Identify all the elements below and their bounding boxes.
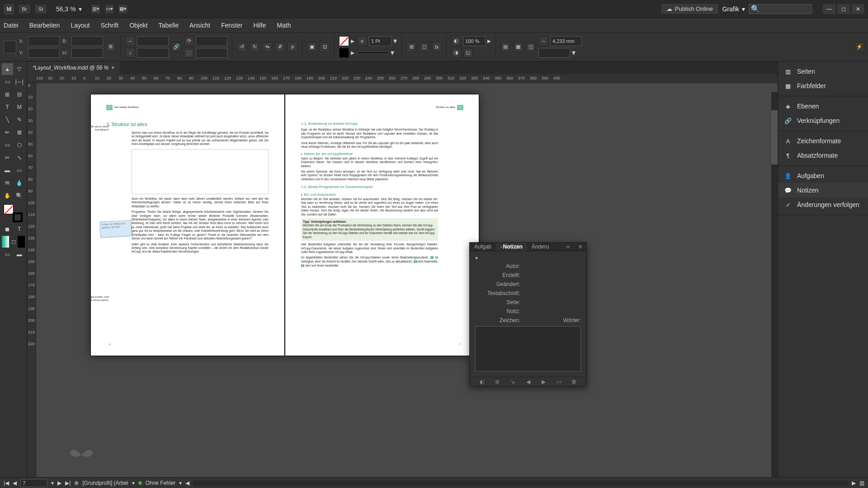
collapse-icon[interactable]: ›› xyxy=(561,243,574,251)
scale-x-input[interactable] xyxy=(137,36,169,46)
apply-gradient-icon[interactable] xyxy=(2,236,9,248)
menu-hilfe[interactable]: Hilfe xyxy=(253,22,266,29)
panel-verknuepfungen[interactable]: 🔗Verknüpfungen xyxy=(778,113,868,128)
horizontal-scrollbar[interactable] xyxy=(193,480,848,486)
notes-panel[interactable]: Aufgab ◦Notizen Änderu ›› ≡ ▾ Autor: Ers… xyxy=(469,242,587,387)
content-collector-tool[interactable]: ⊞ xyxy=(2,89,13,100)
scale-y-input[interactable] xyxy=(137,48,169,58)
close-button[interactable]: ✕ xyxy=(852,4,864,14)
zoom-level-dropdown[interactable]: 56,3 % ▾ xyxy=(51,5,87,13)
menu-layout[interactable]: Layout xyxy=(71,22,90,29)
panel-farbfelder[interactable]: ▦Farbfelder xyxy=(778,79,868,93)
menu-tabelle[interactable]: Tabelle xyxy=(159,22,179,29)
panel-zeichenformate[interactable]: AZeichenformate xyxy=(778,134,868,148)
shear-input[interactable] xyxy=(196,48,227,58)
fill-color-swatch[interactable] xyxy=(4,204,14,214)
select-container-icon[interactable]: ▣ xyxy=(307,42,317,52)
menu-ansicht[interactable]: Ansicht xyxy=(189,22,210,29)
view-options-dropdown[interactable]: ▥▾ xyxy=(91,4,101,14)
vertical-scrollbar[interactable] xyxy=(771,92,778,477)
close-tab-icon[interactable]: × xyxy=(111,65,114,71)
open-icon[interactable]: ⊕ xyxy=(74,480,79,486)
scrollbar-thumb[interactable] xyxy=(771,110,778,164)
line-tool[interactable]: ╲ xyxy=(2,114,13,126)
rotate-90cw-icon[interactable]: ↻ xyxy=(250,42,259,52)
menu-math[interactable]: Math xyxy=(277,22,291,29)
menu-bearbeiten[interactable]: Bearbeiten xyxy=(29,22,60,29)
auto-fit-icon[interactable]: ⊞ xyxy=(406,42,416,52)
stroke-style-select[interactable] xyxy=(357,52,389,54)
menu-objekt[interactable]: Objekt xyxy=(129,22,147,29)
hand-tool[interactable]: ✋ xyxy=(2,190,13,202)
text-wrap-bbox-icon[interactable]: ▦ xyxy=(513,42,523,52)
fx-icon[interactable]: fx xyxy=(432,42,442,52)
chevron-down-icon[interactable]: ▾ xyxy=(572,48,576,57)
stroke-weight-input[interactable]: 1 Pt xyxy=(369,36,392,46)
panel-menu-icon[interactable]: ≡ xyxy=(574,243,586,251)
next-page-icon[interactable]: ▶ xyxy=(57,480,61,486)
apply-color-icon[interactable]: ◼ xyxy=(2,223,13,235)
arrange-docs-dropdown[interactable]: ▦▾ xyxy=(118,4,128,14)
horizontal-ruler[interactable]: 1403020100102030405060708090100110120130… xyxy=(27,74,778,83)
prev-page-icon[interactable]: ◀ xyxy=(13,480,17,486)
screen-mode-dropdown[interactable]: ▭▾ xyxy=(104,4,114,14)
text-wrap-none-icon[interactable]: ▤ xyxy=(500,42,510,52)
normal-view-icon[interactable]: ▭ xyxy=(2,249,13,260)
menu-schrift[interactable]: Schrift xyxy=(100,22,118,29)
x-input[interactable] xyxy=(28,36,60,46)
scroll-right-icon[interactable]: ▶ xyxy=(852,480,856,486)
document-tab[interactable]: *Layout_Workflow.indd @ 56 % × xyxy=(27,61,120,74)
preflight-status[interactable]: Ohne Fehler xyxy=(146,480,176,486)
pencil-tool[interactable]: ✏ xyxy=(2,127,13,138)
flip-h-icon[interactable]: ⇋ xyxy=(262,42,272,52)
quick-apply-icon[interactable]: ⚡ xyxy=(854,42,864,52)
workspace-switcher[interactable]: Grafik ▾ xyxy=(722,5,745,13)
reference-point-selector[interactable] xyxy=(4,41,16,53)
note-textarea[interactable] xyxy=(475,326,581,371)
next-note-icon[interactable]: ▶ xyxy=(538,377,548,386)
scissors-tool[interactable]: ✂ xyxy=(2,152,13,164)
opacity-icon[interactable]: ◑ xyxy=(451,48,461,58)
stock-button[interactable]: St xyxy=(34,4,47,14)
fit-frame-icon[interactable]: ◻ xyxy=(419,42,429,52)
maximize-button[interactable]: ◻ xyxy=(837,4,850,14)
minimize-button[interactable]: — xyxy=(823,4,835,14)
gradient-swatch-tool[interactable]: ▬ xyxy=(2,164,13,176)
tab-aenderungen[interactable]: Änderu xyxy=(527,243,554,251)
page-right[interactable]: Struktur ist alles 1 1.1. Anbindung zu A… xyxy=(285,94,479,356)
zoom-tool[interactable]: 🔍 xyxy=(14,190,25,202)
menu-datei[interactable]: Datei xyxy=(4,22,19,29)
last-page-icon[interactable]: ▶| xyxy=(65,480,71,486)
panel-notizen[interactable]: 💬Notizen xyxy=(778,183,868,197)
link-icon[interactable]: 🔗 xyxy=(171,42,181,52)
go-to-anchor-icon[interactable]: ↘ xyxy=(508,377,518,386)
panel-absatzformate[interactable]: ¶Absatzformate xyxy=(778,148,868,163)
panel-aufgaben[interactable]: 👤Aufgaben xyxy=(778,169,868,183)
tab-notizen[interactable]: ◦Notizen xyxy=(496,243,527,251)
gradient-feather-tool[interactable]: ▭ xyxy=(14,164,25,176)
preflight-dropdown-icon[interactable]: ▾ xyxy=(179,480,182,486)
scroll-left-icon[interactable]: ◀ xyxy=(185,480,189,486)
apply-black-icon[interactable] xyxy=(18,236,25,248)
eyedropper-tool[interactable]: 💧 xyxy=(14,177,25,189)
preflight-profile[interactable]: [Grundprofil] (Arbei xyxy=(82,480,128,486)
flip-v-icon[interactable]: ⇵ xyxy=(275,42,285,52)
rotate-input[interactable] xyxy=(196,36,227,46)
polygon-tool[interactable]: ⬡ xyxy=(14,139,25,151)
panel-aenderungen[interactable]: ✓Änderungen verfolgen xyxy=(778,197,868,212)
panel-seiten[interactable]: ▥Seiten xyxy=(778,64,868,79)
content-placer-tool[interactable]: ⊟ xyxy=(14,89,25,100)
align-select[interactable] xyxy=(538,48,570,58)
page-tool[interactable]: ▭ xyxy=(2,76,13,88)
vertical-ruler[interactable]: 0102030405060708090100110120130140150160… xyxy=(27,83,36,477)
chevron-down-icon[interactable]: ▸ xyxy=(487,37,491,45)
preview-view-icon[interactable]: ▬ xyxy=(14,249,25,260)
select-content-icon[interactable]: ⊡ xyxy=(320,42,330,52)
direct-selection-tool[interactable]: ▽ xyxy=(14,63,25,75)
panel-ebenen[interactable]: ◈Ebenen xyxy=(778,99,868,113)
convert-note-icon[interactable]: ▭ xyxy=(554,377,564,386)
disclosure-icon[interactable]: ▾ xyxy=(475,255,478,261)
constrain-proportions-icon[interactable]: ⚙ xyxy=(106,42,116,52)
empty-frame[interactable] xyxy=(132,149,269,194)
corner-icon[interactable]: ◱ xyxy=(463,48,473,58)
